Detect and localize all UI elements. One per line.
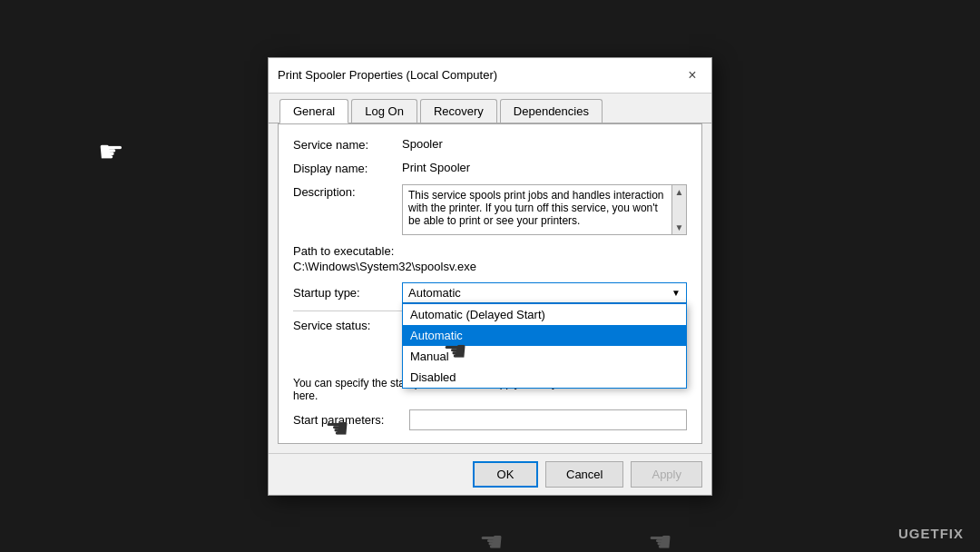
description-scrollbar[interactable]: ▲ ▼ bbox=[671, 185, 686, 234]
display-name-value: Print Spooler bbox=[402, 161, 687, 174]
param-input[interactable] bbox=[409, 409, 687, 430]
description-label: Description: bbox=[293, 184, 402, 199]
tab-dependencies[interactable]: Dependencies bbox=[500, 99, 603, 123]
apply-button[interactable]: Apply bbox=[631, 461, 702, 488]
watermark-text: UGETFIX bbox=[898, 526, 964, 541]
scroll-down-icon[interactable]: ▼ bbox=[675, 222, 684, 232]
path-value: C:\Windows\System32\spoolsv.exe bbox=[293, 260, 687, 273]
title-bar: Print Spooler Properties (Local Computer… bbox=[269, 58, 711, 94]
status-label: Service status: bbox=[293, 319, 402, 332]
startup-select-display[interactable]: Automatic ▼ bbox=[402, 282, 687, 303]
dropdown-item-disabled[interactable]: Disabled bbox=[403, 367, 686, 388]
service-name-value: Spooler bbox=[402, 137, 687, 151]
startup-select-wrapper: Automatic ▼ Automatic (Delayed Start) Au… bbox=[402, 282, 687, 303]
description-row: Description: This service spools print j… bbox=[293, 184, 687, 235]
startup-label: Startup type: bbox=[293, 286, 402, 300]
dialog-title: Print Spooler Properties (Local Computer… bbox=[278, 68, 497, 82]
tab-recovery[interactable]: Recovery bbox=[420, 99, 497, 123]
cursor-hand-apply: ☛ bbox=[648, 526, 672, 553]
ok-button[interactable]: OK bbox=[473, 461, 538, 488]
tab-logon[interactable]: Log On bbox=[351, 99, 417, 123]
dropdown-item-delayed[interactable]: Automatic (Delayed Start) bbox=[403, 304, 686, 325]
startup-type-row: Startup type: Automatic ▼ Automatic (Del… bbox=[293, 282, 687, 303]
cursor-hand-ok: ☛ bbox=[479, 526, 504, 553]
cursor-hand-dropdown: ☛ bbox=[443, 335, 467, 367]
scroll-up-icon[interactable]: ▲ bbox=[675, 187, 684, 197]
cursor-hand-start: ☛ bbox=[325, 412, 349, 444]
description-text: This service spools print jobs and handl… bbox=[408, 189, 681, 227]
dialog-footer: OK Cancel Apply bbox=[269, 453, 711, 495]
path-section: Path to executable: C:\Windows\System32\… bbox=[293, 244, 687, 273]
service-name-row: Service name: Spooler bbox=[293, 137, 687, 152]
dropdown-arrow-icon: ▼ bbox=[671, 288, 681, 298]
cancel-button[interactable]: Cancel bbox=[545, 461, 623, 488]
dialog-window: Print Spooler Properties (Local Computer… bbox=[268, 57, 712, 496]
description-box: This service spools print jobs and handl… bbox=[402, 184, 687, 235]
tab-content: Service name: Spooler Display name: Prin… bbox=[278, 123, 702, 444]
startup-current-value: Automatic bbox=[408, 286, 671, 300]
path-label: Path to executable: bbox=[293, 244, 687, 258]
cursor-hand-topleft: ☛ bbox=[98, 134, 124, 169]
display-name-label: Display name: bbox=[293, 161, 402, 175]
service-name-label: Service name: bbox=[293, 137, 402, 152]
close-button[interactable]: × bbox=[682, 65, 702, 85]
display-name-row: Display name: Print Spooler bbox=[293, 161, 687, 175]
tab-general[interactable]: General bbox=[279, 99, 348, 123]
tab-bar: General Log On Recovery Dependencies bbox=[269, 94, 711, 123]
param-row: Start parameters: bbox=[293, 409, 687, 430]
